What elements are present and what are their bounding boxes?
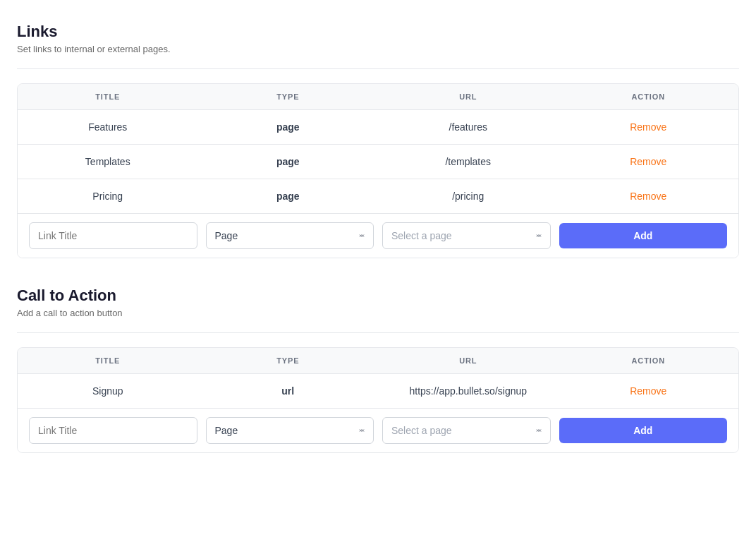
table-row: Pricing page /pricing Remove xyxy=(18,179,738,214)
cta-col-url: URL xyxy=(378,356,559,365)
links-col-type: TYPE xyxy=(198,92,379,101)
cta-title: Call to Action xyxy=(17,287,739,305)
row-action: Remove xyxy=(559,191,739,202)
cta-link-title-input[interactable] xyxy=(29,417,197,444)
remove-button[interactable]: Remove xyxy=(559,121,739,133)
cta-add-button[interactable]: Add xyxy=(559,418,728,443)
links-col-url: URL xyxy=(378,92,559,101)
links-input-row: Page URL Select a page Add xyxy=(18,214,738,258)
row-title: Signup xyxy=(18,385,198,397)
row-action: Remove xyxy=(559,385,739,397)
cta-type-select[interactable]: Page URL xyxy=(206,417,374,444)
table-row: Signup url https://app.bullet.so/signup … xyxy=(18,374,738,409)
link-title-input[interactable] xyxy=(29,222,197,249)
row-url: /pricing xyxy=(378,191,559,202)
links-divider xyxy=(17,68,739,69)
row-title: Templates xyxy=(18,156,198,167)
cta-input-row: Page URL Select a page Add xyxy=(18,409,738,452)
cta-col-type: TYPE xyxy=(198,356,379,365)
row-title: Pricing xyxy=(18,191,198,202)
row-type: url xyxy=(198,385,379,397)
cta-col-title: TITLE xyxy=(18,356,198,365)
row-url: https://app.bullet.so/signup xyxy=(378,385,559,397)
row-url: /features xyxy=(378,121,559,133)
row-type: page xyxy=(198,156,379,167)
remove-button[interactable]: Remove xyxy=(559,191,739,202)
cta-col-action: ACTION xyxy=(559,356,739,365)
row-type: page xyxy=(198,121,379,133)
row-action: Remove xyxy=(559,121,739,133)
cta-subtitle: Add a call to action button xyxy=(17,308,739,318)
links-col-action: ACTION xyxy=(559,92,739,101)
table-row: Features page /features Remove xyxy=(18,110,738,145)
links-table-container: TITLE TYPE URL ACTION Features page /fea… xyxy=(17,83,739,258)
cta-page-select[interactable]: Select a page xyxy=(382,417,551,444)
links-subtitle: Set links to internal or external pages. xyxy=(17,44,739,54)
cta-divider xyxy=(17,332,739,333)
links-table-header: TITLE TYPE URL ACTION xyxy=(18,84,738,110)
add-button[interactable]: Add xyxy=(559,223,728,248)
row-type: page xyxy=(198,191,379,202)
row-title: Features xyxy=(18,121,198,133)
type-select[interactable]: Page URL xyxy=(206,222,374,249)
links-section: Links Set links to internal or external … xyxy=(17,23,739,258)
page-select[interactable]: Select a page xyxy=(382,222,551,249)
remove-button[interactable]: Remove xyxy=(559,385,739,397)
cta-table-container: TITLE TYPE URL ACTION Signup url https:/… xyxy=(17,347,739,453)
table-row: Templates page /templates Remove xyxy=(18,145,738,179)
links-title: Links xyxy=(17,23,739,41)
row-url: /templates xyxy=(378,156,559,167)
cta-section: Call to Action Add a call to action butt… xyxy=(17,287,739,453)
cta-table-header: TITLE TYPE URL ACTION xyxy=(18,348,738,374)
links-col-title: TITLE xyxy=(18,92,198,101)
remove-button[interactable]: Remove xyxy=(559,156,739,167)
row-action: Remove xyxy=(559,156,739,167)
